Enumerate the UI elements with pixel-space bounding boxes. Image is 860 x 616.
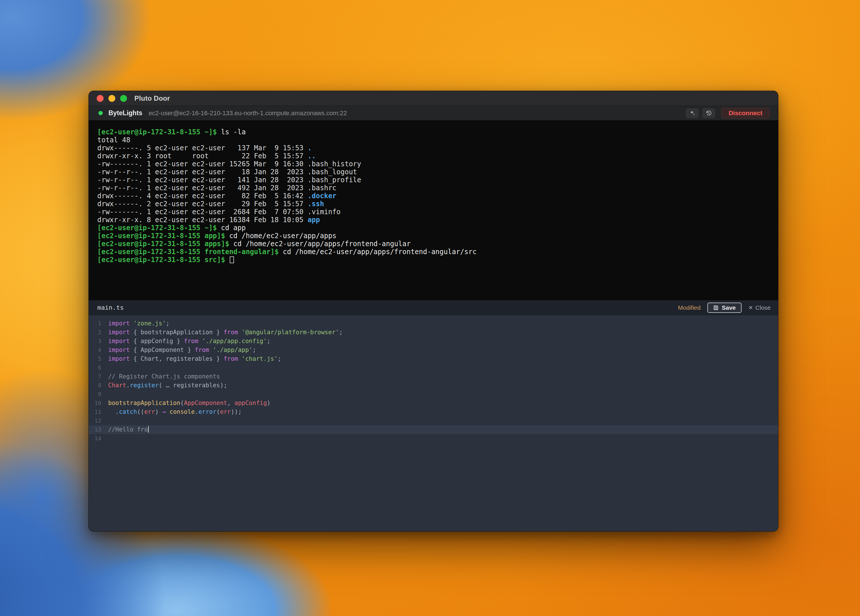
code-text: import { Chart, registerables } from 'ch… (101, 354, 281, 363)
connection-actions: Disconnect (686, 108, 769, 119)
terminal-line: [ec2-user@ip-172-31-8-155 apps]$ cd /hom… (97, 240, 769, 248)
close-window-button[interactable] (97, 95, 104, 102)
editor-line[interactable]: 2import { bootstrapApplication } from '@… (89, 328, 778, 337)
terminal-line: [ec2-user@ip-172-31-8-155 app]$ cd /home… (97, 232, 769, 240)
close-icon: ✕ (749, 304, 753, 311)
terminal-line: drwx------. 5 ec2-user ec2-user 137 Mar … (97, 144, 769, 152)
connection-status-dot (99, 111, 103, 115)
terminal-line: [ec2-user@ip-172-31-8-155 ~]$ ls -la (97, 128, 769, 136)
code-text (101, 390, 108, 399)
shortcuts-button[interactable] (686, 108, 698, 118)
code-text: // Register Chart.js components (101, 372, 220, 381)
terminal-line: drwxr-xr-x. 8 ec2-user ec2-user 16384 Fe… (97, 216, 769, 224)
editor-filename: main.ts (97, 304, 124, 311)
line-number: 10 (89, 399, 101, 408)
line-number: 13 (89, 425, 101, 434)
code-text: import { AppComponent } from './app/app'… (101, 346, 256, 354)
terminal-line: drwx------. 4 ec2-user ec2-user 82 Feb 5… (97, 192, 769, 200)
line-number: 5 (89, 354, 101, 363)
terminal-output: [ec2-user@ip-172-31-8-155 ~]$ ls -latota… (97, 128, 769, 264)
line-number: 4 (89, 346, 101, 354)
line-number: 14 (89, 434, 101, 443)
close-editor-button[interactable]: ✕ Close (749, 304, 771, 311)
code-text: //Hello fro (101, 425, 149, 434)
editor-line[interactable]: 14 (89, 434, 778, 443)
terminal-line: [ec2-user@ip-172-31-8-155 frontend-angul… (97, 248, 769, 256)
code-text: Chart.register( … registerables); (101, 381, 227, 390)
terminal-line: drwxr-xr-x. 3 root root 22 Feb 5 15:57 .… (97, 152, 769, 160)
editor-panel[interactable]: 1import 'zone.js';2import { bootstrapApp… (89, 315, 778, 531)
line-number: 2 (89, 328, 101, 337)
window-title: Pluto Door (134, 94, 170, 102)
code-text: import { bootstrapApplication } from '@a… (101, 328, 343, 337)
editor-line[interactable]: 12 (89, 416, 778, 425)
line-number: 3 (89, 337, 101, 346)
close-label: Close (755, 304, 771, 311)
terminal-line: -rw-r--r--. 1 ec2-user ec2-user 18 Jan 2… (97, 168, 769, 176)
editor-line[interactable]: 7// Register Chart.js components (89, 372, 778, 381)
terminal-line: -rw-r--r--. 1 ec2-user ec2-user 141 Jan … (97, 176, 769, 184)
history-icon (706, 110, 712, 116)
sparkles-icon (689, 110, 695, 116)
terminal-cursor (230, 256, 234, 263)
minimize-window-button[interactable] (108, 95, 115, 102)
terminal-line: -rw-------. 1 ec2-user ec2-user 15265 Ma… (97, 160, 769, 168)
terminal-line: -rw-r--r--. 1 ec2-user ec2-user 492 Jan … (97, 184, 769, 192)
terminal-line: [ec2-user@ip-172-31-8-155 ~]$ cd app (97, 224, 769, 232)
editor-line[interactable]: 11 .catch((err) ⇒ console.error(err)); (89, 408, 778, 416)
code-text: import { appConfig } from './app/app.con… (101, 337, 270, 346)
terminal-line: total 48 (97, 136, 769, 144)
editor-code: 1import 'zone.js';2import { bootstrapApp… (89, 319, 778, 443)
code-text (101, 363, 108, 372)
editor-line[interactable]: 5import { Chart, registerables } from 'c… (89, 354, 778, 363)
line-number: 12 (89, 416, 101, 425)
editor-line[interactable]: 6 (89, 363, 778, 372)
modified-badge: Modified (678, 304, 700, 311)
editor-line[interactable]: 8Chart.register( … registerables); (89, 381, 778, 390)
app-window: Pluto Door ByteLights ec2-user@ec2-16-16… (88, 91, 778, 531)
traffic-lights (97, 95, 127, 102)
disconnect-button[interactable]: Disconnect (721, 108, 769, 119)
line-number: 8 (89, 381, 101, 390)
editor-actions: Modified Save ✕ Close (678, 303, 771, 313)
save-icon (713, 305, 719, 310)
app-name: ByteLights (108, 109, 142, 117)
editor-line[interactable]: 3import { appConfig } from './app/app.co… (89, 337, 778, 346)
editor-line[interactable]: 9 (89, 390, 778, 399)
terminal-line: -rw-------. 1 ec2-user ec2-user 2684 Feb… (97, 208, 769, 216)
history-button[interactable] (703, 108, 715, 118)
terminal-line: drwx------. 2 ec2-user ec2-user 29 Feb 5… (97, 200, 769, 208)
connection-bar: ByteLights ec2-user@ec2-16-16-210-133.eu… (89, 106, 778, 121)
editor-line[interactable]: 4import { AppComponent } from './app/app… (89, 346, 778, 354)
terminal-panel[interactable]: [ec2-user@ip-172-31-8-155 ~]$ ls -latota… (89, 121, 778, 300)
line-number: 7 (89, 372, 101, 381)
code-text: import 'zone.js'; (101, 319, 169, 328)
line-number: 6 (89, 363, 101, 372)
line-number: 11 (89, 408, 101, 416)
window-titlebar[interactable]: Pluto Door (89, 91, 778, 106)
line-number: 1 (89, 319, 101, 328)
save-button[interactable]: Save (707, 303, 741, 313)
code-text (101, 434, 108, 443)
code-text: bootstrapApplication(AppComponent, appCo… (101, 399, 270, 408)
editor-header: main.ts Modified Save ✕ Close (89, 300, 778, 315)
text-caret (148, 426, 149, 433)
save-label: Save (722, 304, 736, 311)
line-number: 9 (89, 390, 101, 399)
editor-line[interactable]: 13//Hello fro (89, 425, 778, 434)
zoom-window-button[interactable] (120, 95, 127, 102)
terminal-line: [ec2-user@ip-172-31-8-155 src]$ (97, 256, 769, 264)
code-text (101, 416, 108, 425)
code-text: .catch((err) ⇒ console.error(err)); (101, 408, 242, 416)
connection-host: ec2-user@ec2-16-16-210-133.eu-north-1.co… (149, 110, 347, 117)
editor-line[interactable]: 10bootstrapApplication(AppComponent, app… (89, 399, 778, 408)
editor-line[interactable]: 1import 'zone.js'; (89, 319, 778, 328)
